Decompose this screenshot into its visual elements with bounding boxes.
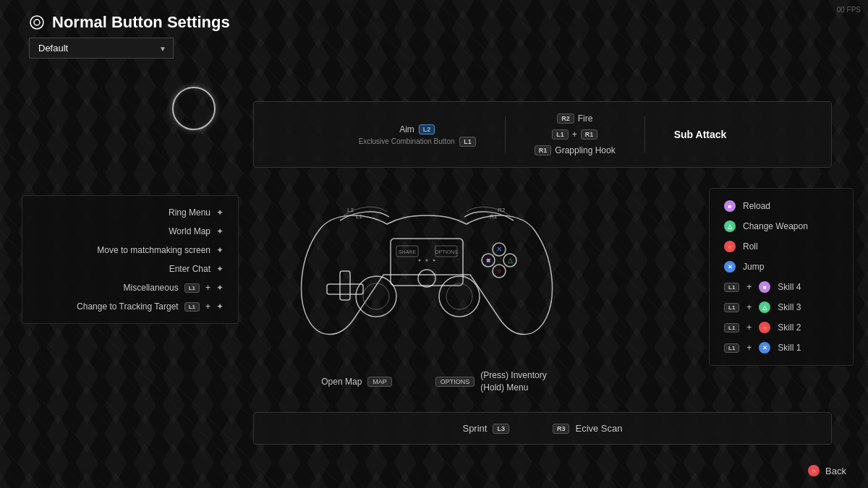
world-map-icon: ✦	[216, 226, 224, 236]
svg-text:SHARE: SHARE	[399, 249, 416, 254]
skill3-label: Skill 3	[778, 302, 801, 312]
svg-point-27	[426, 260, 428, 262]
l1-skill3: L1	[724, 303, 739, 312]
roll-label: Roll	[743, 241, 758, 252]
sprint-label: Sprint	[462, 423, 487, 434]
skill1-item: L1 + ✕ Skill 1	[724, 342, 838, 354]
change-weapon-item: △ Change Weapon	[724, 221, 838, 232]
back-label: Back	[825, 466, 846, 476]
ecive-badge: R3	[553, 424, 570, 434]
svg-point-0	[30, 16, 43, 29]
change-weapon-label: Change Weapon	[743, 221, 808, 231]
plus-skill2: +	[746, 322, 752, 333]
tracking-badge: L1	[184, 302, 200, 312]
svg-point-1	[34, 20, 40, 25]
svg-point-25	[418, 270, 435, 287]
exclusive-combo-badge: L1	[459, 137, 476, 147]
jump-label: Jump	[743, 262, 764, 272]
svg-text:■: ■	[486, 256, 490, 264]
ring-menu-icon: ✦	[216, 207, 224, 218]
controller-illustration: SHARE OPTIONS ○ △ ■ ✕ L1 L2 R1 R2	[275, 166, 579, 357]
fire-badge: R2	[557, 114, 574, 124]
svg-point-28	[433, 260, 435, 262]
triangle-btn-weapon: △	[724, 221, 736, 232]
combo-l1: L1	[552, 129, 569, 140]
miscellaneous-item: Miscellaneous L1 + ✦	[37, 283, 224, 293]
skill2-label: Skill 2	[778, 322, 801, 333]
divider-2	[644, 116, 645, 153]
misc-badge: L1	[184, 283, 200, 293]
svg-point-9	[439, 276, 480, 317]
skill2-item: L1 + ○ Skill 2	[724, 322, 838, 333]
tracking-label: Change to Tracking Target	[77, 301, 179, 312]
bottom-center: Open Map MAP OPTIONS (Press) Inventory (…	[0, 369, 868, 394]
header: Normal Button Settings Default	[29, 13, 230, 59]
grappling-badge: R1	[535, 145, 552, 155]
sub-attack-title: Sub Attack	[674, 129, 727, 140]
divider-1	[505, 116, 506, 153]
enter-chat-icon: ✦	[216, 264, 224, 274]
svg-text:R1: R1	[490, 213, 498, 220]
skill1-label: Skill 1	[778, 343, 801, 353]
sub-attack-action: Sub Attack	[674, 129, 727, 140]
ecive-scan-label: Ecive Scan	[575, 423, 622, 434]
press-inventory: (Press) Inventory	[480, 369, 546, 382]
fire-label: Fire	[578, 114, 593, 124]
skill4-item: L1 + ■ Skill 4	[724, 281, 838, 293]
ring-menu-label: Ring Menu	[169, 207, 210, 218]
world-map-label: World Map	[169, 226, 210, 236]
open-map-item: Open Map MAP	[321, 377, 392, 387]
fps-counter: 00 FPS	[837, 6, 861, 14]
square-btn-reload: ■	[724, 200, 736, 212]
controller-svg: SHARE OPTIONS ○ △ ■ ✕ L1 L2 R1 R2	[275, 166, 579, 354]
preset-dropdown[interactable]: Default	[29, 38, 174, 59]
tracking-target-item: Change to Tracking Target L1 + ✦	[37, 301, 224, 312]
page-title: Normal Button Settings	[29, 13, 230, 32]
misc-plus: +	[205, 283, 210, 293]
open-map-label: Open Map	[321, 377, 362, 387]
roll-item: ○ Roll	[724, 241, 838, 252]
svg-text:L1: L1	[356, 213, 362, 220]
bottom-bar: Sprint L3 R3 Ecive Scan	[253, 412, 832, 445]
svg-text:✕: ✕	[496, 245, 502, 253]
miscellaneous-label: Miscellaneous	[124, 283, 179, 293]
circle-back-icon: ○	[808, 465, 820, 476]
options-badge: OPTIONS	[435, 377, 475, 387]
skill3-item: L1 + △ Skill 3	[724, 301, 838, 313]
glow-ring	[172, 87, 216, 130]
tracking-plus: +	[205, 301, 210, 312]
combo-r1: R1	[581, 129, 598, 140]
action-bar: Aim L2 Exclusive Combination Button L1 R…	[253, 101, 832, 168]
plus-skill4: +	[746, 282, 752, 292]
jump-item: ✕ Jump	[724, 261, 838, 273]
svg-point-26	[419, 260, 421, 262]
fire-grappling-action: R2 Fire L1 + R1 R1 Grappling Hook	[535, 114, 616, 155]
ecive-scan-item: R3 Ecive Scan	[553, 423, 623, 434]
sprint-item: Sprint L3	[462, 423, 509, 434]
left-panel: Ring Menu ✦ World Map ✦ Move to matchmak…	[22, 195, 239, 324]
svg-rect-11	[340, 271, 350, 300]
plus-sign: +	[572, 129, 577, 140]
exclusive-combo-label: Exclusive Combination Button	[359, 137, 455, 145]
triangle-skill3: △	[759, 301, 770, 313]
circle-btn-roll: ○	[724, 241, 736, 252]
cross-skill1: ✕	[759, 342, 770, 354]
reload-item: ■ Reload	[724, 200, 838, 212]
back-button[interactable]: ○ Back	[808, 465, 846, 476]
aim-action: Aim L2 Exclusive Combination Button L1	[359, 124, 476, 145]
ring-menu-item: Ring Menu ✦	[37, 207, 224, 218]
svg-point-8	[363, 283, 389, 309]
matchmaking-icon: ✦	[216, 245, 224, 255]
inventory-text: (Press) Inventory (Hold) Menu	[480, 369, 546, 394]
tracking-icon: ✦	[216, 301, 224, 312]
aim-label: Aim	[399, 124, 414, 134]
preset-dropdown-wrapper[interactable]: Default	[29, 38, 174, 59]
matchmaking-label: Move to matchmaking screen	[97, 245, 210, 255]
aim-badge: L2	[419, 124, 435, 134]
svg-text:○: ○	[497, 267, 501, 275]
l1-skill1: L1	[724, 343, 739, 353]
open-map-badge: MAP	[367, 377, 392, 387]
square-skill4: ■	[759, 281, 770, 293]
svg-point-10	[446, 283, 472, 309]
world-map-item: World Map ✦	[37, 226, 224, 236]
